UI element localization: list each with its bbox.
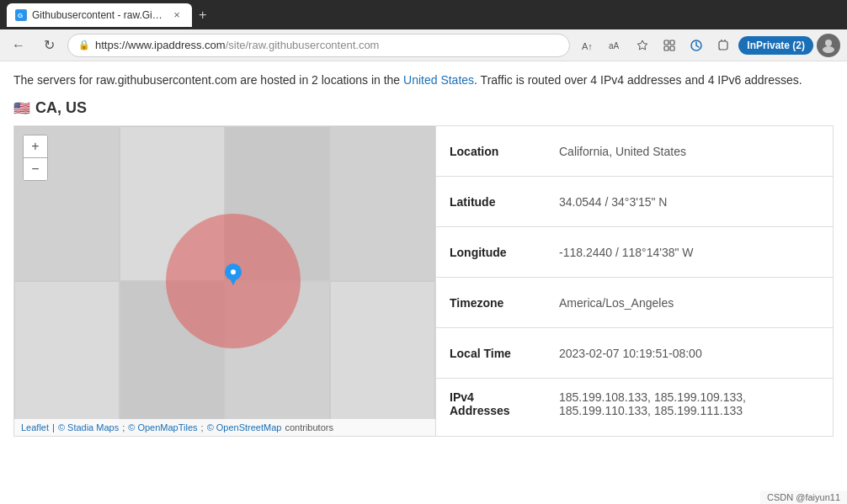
extensions-icon[interactable] bbox=[711, 34, 735, 57]
region-label: CA, US bbox=[35, 99, 87, 117]
united-states-link[interactable]: United States bbox=[403, 73, 474, 87]
map-tile bbox=[14, 281, 120, 436]
intro-paragraph: The servers for raw.githubusercontent.co… bbox=[13, 72, 834, 89]
lock-icon: 🔒 bbox=[78, 40, 90, 50]
refresh-button[interactable]: ↻ bbox=[37, 34, 61, 57]
label-location: Location bbox=[436, 126, 546, 176]
info-row-ipv4: IPv4 Addresses 185.199.108.133, 185.199.… bbox=[436, 379, 833, 429]
map-footer-sep3: ; bbox=[201, 422, 204, 432]
tab-favicon: G bbox=[15, 9, 27, 21]
svg-rect-9 bbox=[719, 41, 727, 50]
svg-rect-5 bbox=[670, 40, 674, 45]
info-row-timezone: Timezone America/Los_Angeles bbox=[436, 278, 833, 328]
zoom-in-button[interactable]: + bbox=[24, 135, 47, 157]
bottom-bar: CSDN @faiyun11 bbox=[760, 491, 847, 504]
info-row-location: Location California, United States bbox=[436, 126, 833, 177]
region-heading: 🇺🇸 CA, US bbox=[13, 99, 834, 117]
svg-point-13 bbox=[823, 46, 834, 53]
bottom-bar-label: CSDN @faiyun11 bbox=[767, 492, 840, 502]
map-footer-sep1: | bbox=[52, 422, 55, 432]
intro-text-2: . Traffic is routed over 4 IPv4 addresse… bbox=[474, 73, 802, 87]
contributors-text: contributors bbox=[285, 422, 333, 432]
svg-text:G: G bbox=[18, 12, 23, 19]
inprivate-button[interactable]: InPrivate (2) bbox=[738, 36, 813, 55]
value-localtime: 2023-02-07 10:19:51-08:00 bbox=[546, 328, 833, 378]
info-row-latitude: Latitude 34.0544 / 34°3'15" N bbox=[436, 177, 833, 227]
intro-text-1: The servers for raw.githubusercontent.co… bbox=[13, 73, 403, 87]
page-content: The servers for raw.githubusercontent.co… bbox=[0, 61, 847, 447]
svg-rect-6 bbox=[664, 46, 669, 50]
stadia-link[interactable]: © Stadia Maps bbox=[58, 422, 119, 432]
label-localtime: Local Time bbox=[436, 328, 546, 378]
map-footer-sep2: ; bbox=[122, 422, 125, 432]
address-bar-row: ← ↻ 🔒 https://www.ipaddress.com/site/raw… bbox=[0, 29, 847, 61]
pin-marker bbox=[225, 263, 242, 285]
value-ipv4: 185.199.108.133, 185.199.109.133, 185.19… bbox=[546, 379, 833, 429]
map-footer: Leaflet | © Stadia Maps ; © OpenMapTiles… bbox=[14, 419, 435, 436]
browser-chrome: G Githubusercontent - raw.Githu × + bbox=[0, 0, 847, 29]
inprivate-label: InPrivate (2) bbox=[747, 40, 805, 51]
collections-icon[interactable] bbox=[658, 34, 681, 57]
new-tab-button[interactable]: + bbox=[192, 8, 213, 23]
value-timezone: America/Los_Angeles bbox=[546, 278, 833, 327]
label-longitude: Longitude bbox=[436, 227, 546, 277]
browser-essentials-icon[interactable] bbox=[685, 34, 708, 57]
svg-text:A↑: A↑ bbox=[582, 41, 593, 51]
svg-text:aA: aA bbox=[609, 41, 620, 50]
map-background: + − bbox=[14, 126, 435, 436]
value-latitude: 34.0544 / 34°3'15" N bbox=[546, 177, 833, 226]
label-latitude: Latitude bbox=[436, 177, 546, 226]
zoom-out-button[interactable]: − bbox=[24, 158, 47, 180]
back-button[interactable]: ← bbox=[7, 34, 30, 57]
address-text: https://www.ipaddress.com/site/raw.githu… bbox=[95, 39, 559, 51]
address-path: /site/raw.githubusercontent.com bbox=[226, 39, 380, 51]
tab-title: Githubusercontent - raw.Githu bbox=[32, 9, 165, 21]
toolbar-icons: A↑ aA InPrivate (2) bbox=[577, 34, 840, 57]
pin-tail bbox=[229, 277, 237, 285]
openmaptiles-link[interactable]: © OpenMapTiles bbox=[128, 422, 197, 432]
favorites-icon[interactable] bbox=[631, 34, 654, 57]
openstreetmap-link[interactable]: © OpenStreetMap bbox=[207, 422, 282, 432]
value-longitude: -118.2440 / 118°14'38" W bbox=[546, 227, 833, 277]
label-ipv4: IPv4 Addresses bbox=[436, 379, 546, 429]
info-table: Location California, United States Latit… bbox=[435, 126, 833, 436]
map-container[interactable]: + − bbox=[14, 126, 435, 436]
avatar[interactable] bbox=[817, 34, 840, 57]
main-section: + − bbox=[13, 125, 834, 437]
label-timezone: Timezone bbox=[436, 278, 546, 327]
map-tile bbox=[330, 126, 435, 281]
info-row-localtime: Local Time 2023-02-07 10:19:51-08:00 bbox=[436, 328, 833, 379]
tab-close-button[interactable]: × bbox=[170, 8, 184, 22]
immersive-reader-icon[interactable]: aA bbox=[604, 34, 627, 57]
svg-rect-7 bbox=[670, 46, 674, 50]
map-zoom-controls: + − bbox=[23, 135, 48, 181]
pin-dot bbox=[231, 269, 236, 274]
active-tab[interactable]: G Githubusercontent - raw.Githu × bbox=[7, 3, 192, 27]
map-tile bbox=[330, 281, 435, 436]
svg-rect-4 bbox=[664, 40, 669, 45]
read-aloud-icon[interactable]: A↑ bbox=[577, 34, 600, 57]
leaflet-link[interactable]: Leaflet bbox=[21, 422, 49, 432]
region-flag: 🇺🇸 bbox=[13, 100, 30, 116]
value-location: California, United States bbox=[546, 126, 833, 176]
address-host: https://www.ipaddress.com bbox=[95, 39, 226, 51]
address-bar[interactable]: 🔒 https://www.ipaddress.com/site/raw.git… bbox=[67, 34, 570, 57]
info-row-longitude: Longitude -118.2440 / 118°14'38" W bbox=[436, 227, 833, 278]
svg-point-12 bbox=[825, 40, 832, 46]
pin-icon bbox=[225, 263, 242, 285]
